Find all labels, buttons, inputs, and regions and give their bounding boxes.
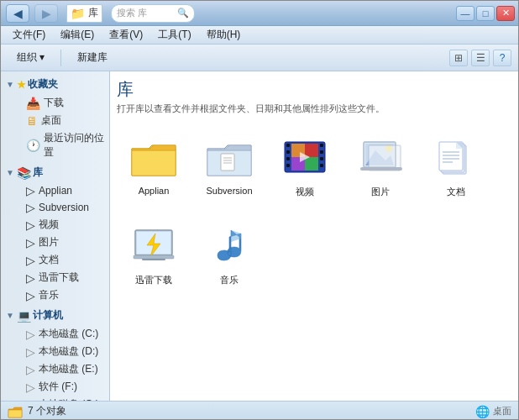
- docs-label: 文档: [39, 253, 59, 267]
- address-folder-icon: 📁: [71, 7, 85, 20]
- svg-rect-16: [320, 144, 323, 147]
- subversion-label: Subversion: [39, 202, 89, 213]
- svg-rect-46: [142, 259, 165, 260]
- sidebar-item-applian[interactable]: ▷ Applian: [9, 182, 109, 199]
- docs-grid-label: 文档: [447, 186, 465, 198]
- thunder-label: 迅雷下载: [39, 270, 79, 285]
- sidebar-item-music[interactable]: ▷ 音乐: [9, 286, 109, 304]
- svg-rect-14: [286, 157, 290, 160]
- help-button[interactable]: ?: [493, 50, 511, 66]
- thunder-grid-label: 迅雷下载: [135, 274, 172, 286]
- new-library-button[interactable]: 新建库: [68, 48, 117, 67]
- main-layout: ▼ ★ 收藏夹 📥 下载 🖥 桌面 🕐 最近访问的位置: [1, 71, 518, 401]
- status-extra: 桌面: [493, 405, 511, 417]
- drive-items: ▷ 本地磁盘 (C:) ▷ 本地磁盘 (D:) ▷ 本地磁盘 (E:) ▷ 软件…: [1, 325, 109, 401]
- content-header: 库 打开库以查看文件并根据文件夹、日期和其他属性排列这些文件。: [117, 78, 511, 115]
- svg-rect-2: [132, 150, 176, 176]
- grid-item-video[interactable]: 视频: [271, 125, 338, 205]
- back-button[interactable]: ◀: [6, 4, 29, 23]
- video-large-icon: [280, 132, 330, 182]
- sidebar-computer-section: ▼ 💻 计算机 ▷ 本地磁盘 (C:) ▷ 本地磁盘 (D:) ▷ 本地磁盘 (…: [1, 306, 109, 401]
- svg-rect-13: [286, 150, 290, 154]
- sidebar-item-docs[interactable]: ▷ 文档: [9, 251, 109, 269]
- svg-rect-19: [320, 164, 323, 167]
- sidebar-computer-header[interactable]: ▼ 💻 计算机: [1, 306, 109, 325]
- sidebar-item-thunder[interactable]: ▷ 迅雷下载: [9, 269, 109, 286]
- libraries-arrow-icon: ▼: [6, 168, 14, 177]
- desktop-label: 桌面: [41, 113, 61, 128]
- maximize-button[interactable]: □: [476, 6, 495, 21]
- address-text: 库: [88, 6, 98, 20]
- organize-button[interactable]: 组织 ▾: [8, 48, 54, 67]
- view-toggle-button[interactable]: ⊞: [449, 50, 468, 66]
- docs-large-icon: [431, 132, 481, 182]
- menu-edit[interactable]: 编辑(E): [54, 27, 101, 43]
- sidebar-libraries-section: ▼ 📚 库 ▷ Applian ▷ Subversion ▷ 视频 ▷: [1, 163, 109, 304]
- libraries-label: 库: [33, 165, 43, 180]
- search-placeholder: 搜索 库: [117, 7, 147, 19]
- drive-c-label: 本地磁盘 (C:): [39, 327, 98, 341]
- drive-e-label: 本地磁盘 (E:): [39, 362, 98, 376]
- sidebar-item-pictures[interactable]: ▷ 图片: [9, 234, 109, 251]
- favorites-arrow-icon: ▼: [6, 80, 14, 89]
- grid-item-pictures[interactable]: 图片: [347, 125, 414, 205]
- title-bar: ◀ ▶ 📁 库 搜索 库 🔍 — □ ✕: [1, 1, 518, 26]
- drive-g-icon: ▷: [26, 398, 35, 402]
- close-button[interactable]: ✕: [496, 6, 515, 21]
- svg-rect-15: [286, 164, 290, 167]
- content-title: 库: [117, 78, 511, 101]
- forward-button[interactable]: ▶: [34, 4, 58, 23]
- svg-rect-7: [221, 154, 234, 171]
- network-icon: 🌐: [475, 405, 490, 418]
- address-bar[interactable]: 📁 库: [66, 4, 102, 23]
- svg-rect-18: [320, 157, 323, 160]
- drive-d-label: 本地磁盘 (D:): [39, 344, 98, 359]
- menu-view[interactable]: 查看(V): [102, 27, 149, 43]
- content-area: 库 打开库以查看文件并根据文件夹、日期和其他属性排列这些文件。 Applian: [110, 71, 518, 401]
- sidebar-item-video[interactable]: ▷ 视频: [9, 216, 109, 234]
- menu-tools[interactable]: 工具(T): [151, 27, 197, 43]
- sidebar-item-recent[interactable]: 🕐 最近访问的位置: [9, 129, 109, 161]
- thunder-large-icon: [128, 220, 179, 270]
- favorites-star-icon: ★: [17, 79, 26, 91]
- sidebar-item-drive-c[interactable]: ▷ 本地磁盘 (C:): [9, 325, 109, 343]
- download-label: 下载: [44, 96, 64, 110]
- favorites-label: 收藏夹: [28, 77, 58, 92]
- search-bar[interactable]: 搜索 库 🔍: [111, 4, 195, 23]
- status-count: 7 个对象: [28, 404, 66, 418]
- docs-icon: ▷: [26, 254, 35, 267]
- applian-icon: ▷: [26, 184, 35, 197]
- minimize-button[interactable]: —: [456, 6, 474, 21]
- grid-item-subversion[interactable]: Subversion: [196, 125, 263, 205]
- subversion-large-icon: [204, 132, 254, 182]
- sidebar-item-drive-f[interactable]: ▷ 软件 (F:): [9, 378, 109, 396]
- music-icon: ▷: [26, 289, 35, 302]
- sidebar-item-drive-e[interactable]: ▷ 本地磁盘 (E:): [9, 360, 109, 378]
- drive-e-icon: ▷: [26, 363, 35, 376]
- sidebar-item-download[interactable]: 📥 下载: [9, 94, 109, 112]
- sidebar-favorites-section: ▼ ★ 收藏夹 📥 下载 🖥 桌面 🕐 最近访问的位置: [1, 75, 109, 161]
- sidebar-item-desktop[interactable]: 🖥 桌面: [9, 112, 109, 129]
- libraries-icon: 📚: [17, 166, 31, 180]
- video-icon: ▷: [26, 218, 35, 232]
- download-folder-icon: 📥: [26, 97, 40, 110]
- grid-item-applian[interactable]: Applian: [120, 125, 187, 205]
- menu-bar: 文件(F) 编辑(E) 查看(V) 工具(T) 帮助(H): [1, 26, 518, 45]
- grid-item-docs[interactable]: 文档: [422, 125, 490, 205]
- status-bar: 7 个对象 🌐 桌面: [1, 401, 518, 420]
- menu-file[interactable]: 文件(F): [6, 27, 52, 43]
- svg-rect-31: [360, 167, 402, 171]
- menu-help[interactable]: 帮助(H): [200, 27, 248, 43]
- view-details-button[interactable]: ☰: [471, 50, 490, 66]
- sidebar-libraries-header[interactable]: ▼ 📚 库: [1, 163, 109, 182]
- grid-item-thunder[interactable]: 迅雷下载: [120, 213, 187, 293]
- grid-item-music[interactable]: 音乐: [196, 213, 263, 293]
- toolbar-right: ⊞ ☰ ?: [449, 50, 511, 66]
- toolbar: 组织 ▾ 新建库 ⊞ ☰ ?: [1, 45, 518, 71]
- sidebar-item-drive-d[interactable]: ▷ 本地磁盘 (D:): [9, 343, 109, 360]
- sidebar-item-subversion[interactable]: ▷ Subversion: [9, 199, 109, 216]
- sidebar-favorites-header[interactable]: ▼ ★ 收藏夹: [1, 75, 109, 94]
- music-large-icon: [204, 220, 254, 270]
- sidebar-item-drive-g[interactable]: ▷ 本地磁盘 (G:): [9, 396, 109, 401]
- applian-grid-label: Applian: [139, 186, 170, 196]
